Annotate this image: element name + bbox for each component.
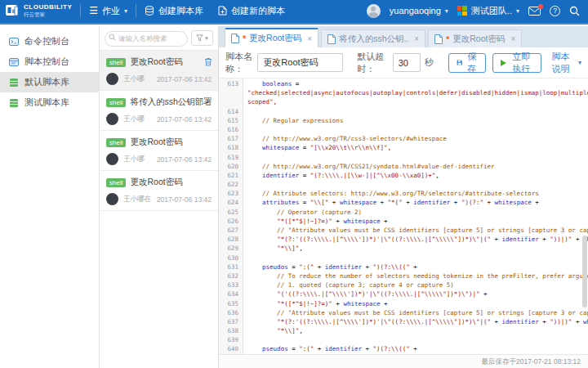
author-name: 王小哪	[123, 74, 145, 84]
line-number: 628	[219, 235, 238, 244]
filter-icon	[196, 34, 203, 42]
divider	[80, 4, 81, 17]
author-name: 王小哪在..	[123, 195, 152, 204]
tab-2[interactable]: *更改Root密码×	[428, 29, 522, 47]
code-line	[247, 254, 588, 263]
script-meta: 王小哪在..2017-07-06 13:42	[106, 193, 212, 205]
line-number: 614	[219, 107, 238, 116]
timeout-input[interactable]	[393, 53, 421, 72]
help-icon[interactable]: ?	[550, 6, 560, 16]
library-icon	[9, 98, 19, 108]
user-menu[interactable]: yuangaoqing ▾	[390, 6, 448, 16]
sidebar-item-label: 测试脚本库	[24, 96, 69, 109]
code-area[interactable]: booleans ="checked|selected|async|autofo…	[243, 79, 588, 354]
timeout-label: 默认超时：	[357, 51, 389, 75]
close-icon[interactable]: ×	[414, 34, 419, 43]
search-icon[interactable]	[569, 6, 580, 16]
editor-scrollbar[interactable]	[582, 236, 587, 307]
sidebar-item-script-console[interactable]: 脚本控制台	[0, 52, 99, 72]
new-script-icon	[218, 6, 227, 16]
tab-0[interactable]: *更改Root密码×	[225, 28, 318, 47]
code-line	[247, 180, 588, 189]
script-list-item[interactable]: shell更改Root密码王小哪在..2017-07-06 13:42	[100, 171, 218, 211]
author-name: 王小哪	[123, 155, 145, 164]
hamburger-icon: ☰	[89, 6, 98, 16]
code-line: attributes = "\\[" + whitespace + "*(" +…	[247, 198, 588, 207]
code-line: pseudos = ":(" + identifier + ")(?:\\(("…	[247, 344, 588, 353]
line-number: 618	[219, 143, 238, 152]
console-icon	[9, 57, 19, 67]
line-number: 625	[219, 208, 238, 217]
search-row: ▾	[100, 26, 218, 51]
code-line: // "Attribute values must be CSS identif…	[247, 226, 588, 235]
line-number	[219, 97, 238, 106]
script-title-row: shell将传入的ssh公钥部署从指..	[106, 96, 212, 108]
sidebar-item-label: 默认脚本库	[24, 76, 69, 88]
code-line: identifier = "(?:\\\\.|[\\w-]|[^\\x00-\\…	[247, 171, 588, 180]
logo-icon	[5, 3, 20, 18]
file-icon	[434, 34, 443, 44]
create-library-button[interactable]: 创建脚本库	[145, 5, 203, 17]
close-icon[interactable]: ×	[307, 34, 312, 43]
unsaved-indicator: *	[446, 34, 449, 44]
modified-time: 2017-07-06 13:42	[157, 115, 212, 123]
script-meta: 王小哪2017-07-06 13:42	[106, 113, 212, 125]
line-number: 613	[219, 79, 238, 88]
database-icon	[145, 6, 154, 16]
unsaved-indicator: *	[243, 34, 246, 43]
save-label: 保存	[466, 51, 478, 75]
messages-button[interactable]	[528, 7, 541, 16]
script-description-link[interactable]: 脚本说明 ▾	[552, 51, 582, 75]
trash-icon[interactable]	[204, 57, 212, 66]
tab-1[interactable]: 将传入的ssh公钥..×	[321, 29, 425, 47]
team-switcher[interactable]: 测试团队.. ▾	[457, 5, 519, 17]
brand[interactable]: CLOUDBILITY 行云管家	[5, 3, 72, 18]
line-number: 620	[219, 162, 238, 171]
code-line: "checked|selected|async|autofocus|autopl…	[247, 88, 588, 97]
script-name-input[interactable]	[257, 53, 343, 72]
menu-jobs[interactable]: ☰ 作业 ▾	[89, 5, 127, 17]
script-list-item[interactable]: shell将传入的ssh公钥部署从指..王小哪2017-07-06 13:42	[100, 91, 218, 131]
code-line: "('((?:\\\\.|[^\\\\'])*)'|\"((?:\\\\.|[^…	[247, 289, 588, 298]
search-input[interactable]	[105, 31, 188, 47]
modified-time: 2017-07-06 13:42	[157, 195, 212, 204]
close-icon[interactable]: ×	[510, 34, 515, 43]
file-icon	[231, 34, 239, 43]
line-number: 640	[219, 344, 238, 353]
script-list-panel: ▾ shell更改Root密码王小哪2017-07-06 13:42shell将…	[100, 26, 219, 368]
line-number: 623	[219, 189, 238, 198]
user-avatar[interactable]	[367, 4, 381, 18]
line-number	[219, 88, 238, 97]
sidebar-item-default-library[interactable]: 默认脚本库	[0, 72, 99, 92]
script-title-row: shell更改Root密码	[106, 56, 212, 68]
search-icon	[109, 34, 116, 41]
save-button[interactable]: 保存	[448, 53, 486, 73]
script-meta: 王小哪2017-07-06 13:42	[106, 153, 212, 165]
sidebar-item-command-console[interactable]: 命令控制台	[0, 31, 99, 52]
code-line: // Regular expressions	[247, 116, 588, 125]
sidebar-item-test-library[interactable]: 测试脚本库	[0, 92, 99, 113]
line-number: 638	[219, 326, 238, 335]
caret-down-icon: ▾	[205, 35, 208, 42]
caret-down-icon: ▾	[578, 59, 581, 66]
filter-button[interactable]: ▾	[191, 30, 213, 46]
code-line: whitespace = "[\\x20\\t\\r\\n\\f]",	[247, 143, 588, 152]
code-line: "*([*^$|!~]?=)" + whitespace +	[247, 299, 588, 308]
file-icon	[327, 34, 336, 44]
brand-name: CLOUDBILITY	[24, 4, 72, 11]
script-description-label: 脚本说明	[552, 51, 576, 75]
terminal-icon	[9, 37, 19, 47]
line-number: 622	[219, 180, 238, 189]
code-line: scoped",	[247, 97, 588, 106]
code-editor[interactable]: 6136146156166176186196206216226236246256…	[219, 79, 588, 354]
code-line: "*\\]",	[247, 326, 588, 335]
script-list-item[interactable]: shell更改Root密码王小哪2017-07-06 13:42	[100, 131, 218, 171]
author-avatar	[106, 73, 118, 85]
run-button[interactable]: 立即执行	[492, 53, 541, 73]
create-script-button[interactable]: 创建新的脚本	[218, 5, 285, 17]
script-list-item[interactable]: shell更改Root密码王小哪2017-07-06 13:42	[100, 51, 218, 91]
create-script-label: 创建新的脚本	[231, 5, 285, 17]
script-name-label: 脚本名称：	[225, 51, 257, 75]
username: yuangaoqing	[390, 6, 441, 16]
line-number: 617	[219, 134, 238, 143]
